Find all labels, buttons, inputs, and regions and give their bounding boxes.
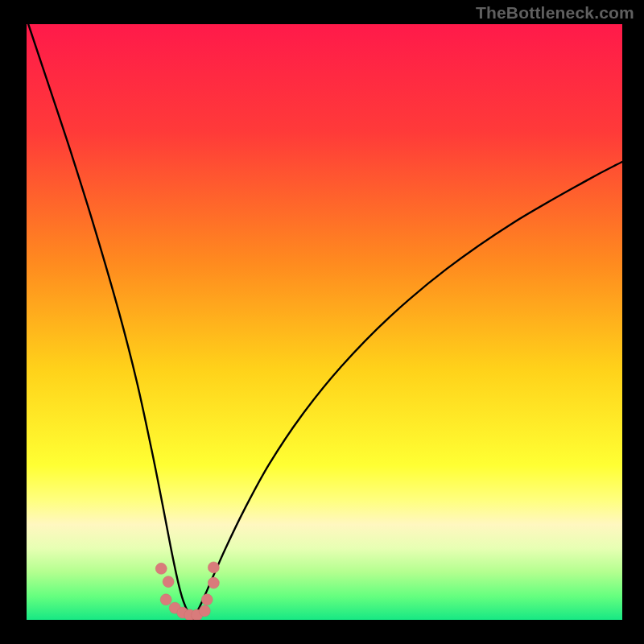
curve-right-branch [192, 162, 622, 620]
valley-marker-0 [155, 563, 167, 574]
valley-marker-8 [201, 594, 213, 605]
curve-layer [27, 24, 622, 620]
valley-marker-10 [208, 562, 219, 573]
outer-frame: TheBottleneck.com [0, 0, 644, 644]
valley-marker-2 [160, 594, 171, 605]
plot-area [27, 24, 622, 620]
valley-marker-9 [208, 577, 219, 588]
curve-left-branch [28, 24, 192, 620]
valley-marker-7 [199, 605, 210, 617]
watermark-text: TheBottleneck.com [476, 3, 634, 23]
valley-marker-1 [163, 576, 174, 588]
